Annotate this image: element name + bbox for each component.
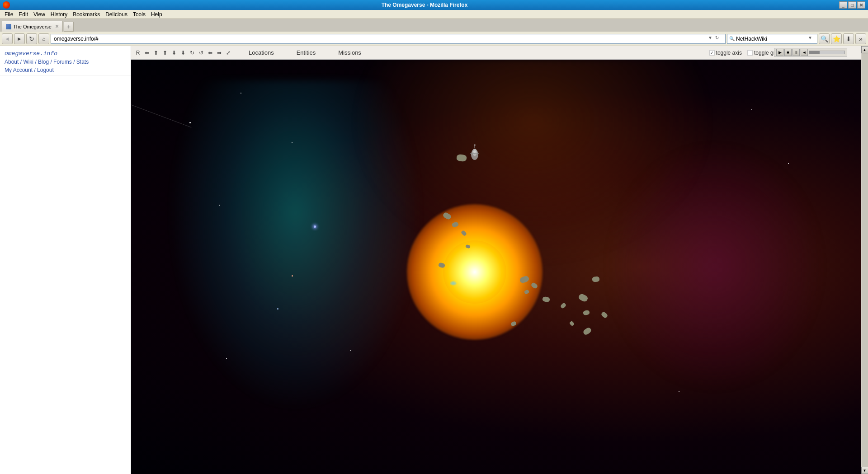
address-input[interactable] [54, 36, 708, 42]
site-subnav: My Account / Logout [5, 67, 126, 73]
active-tab[interactable]: The Omegaverse ✕ [2, 21, 63, 32]
titlebar-title: The Omegaverse - Mozilla Firefox [10, 2, 839, 8]
forward-button[interactable]: ► [14, 33, 25, 44]
menubar: File Edit View History Bookmarks Delicio… [0, 10, 868, 19]
entities-nav[interactable]: Entities [297, 49, 316, 56]
navbar: ◄ ► ↻ ⌂ ▼ ↻ 🔍 ▼ 🔍 ⭐ ⬇ » [0, 32, 868, 46]
blog-link[interactable]: Blog [38, 59, 49, 65]
search-button[interactable]: 🔍 [819, 33, 830, 44]
address-bar: ▼ ↻ [51, 34, 726, 44]
sun-core [443, 240, 506, 304]
tool-ccw[interactable]: ↺ [197, 49, 205, 57]
toggle-axis-checkbox[interactable] [709, 50, 715, 56]
scroll-up-button[interactable]: ▲ [861, 46, 868, 53]
main-header: R ⬅ ⬆ ⬆ ⬇ ⬇ ↻ ↺ ⬅ ➡ ⤢ Locations Entities… [131, 46, 861, 60]
wiki-link[interactable]: Wiki [23, 59, 33, 65]
toggle-checkboxes: toggle axis toggle grid [709, 50, 779, 56]
star-8 [788, 163, 789, 164]
new-tab-button[interactable]: + [64, 22, 74, 32]
star-7 [751, 109, 752, 110]
search-bar: 🔍 ▼ [727, 34, 817, 44]
address-dropdown-button[interactable]: ▼ [708, 35, 715, 42]
toggle-axis-label: toggle axis [716, 50, 742, 56]
tool-cw[interactable]: ↻ [188, 49, 196, 57]
tool-zoom-out[interactable]: ➡ [215, 49, 223, 57]
about-link[interactable]: About [5, 59, 19, 65]
tab-label: The Omegaverse [13, 24, 52, 29]
minimize-button[interactable]: _ [839, 1, 847, 9]
bookmarks-button[interactable]: ⭐ [831, 33, 842, 44]
tab-favicon [6, 24, 11, 29]
menu-view[interactable]: View [31, 10, 48, 19]
lens-flare [450, 281, 457, 286]
svg-point-15 [473, 150, 476, 153]
volume-slider[interactable] [809, 51, 845, 54]
tool-fit[interactable]: ⤢ [224, 49, 232, 57]
downloads-button[interactable]: ⬇ [843, 33, 854, 44]
firefox-icon [3, 1, 10, 9]
tool-move-up[interactable]: ⬆ [161, 49, 169, 57]
tabbar: The Omegaverse ✕ + [0, 19, 868, 32]
more-button[interactable]: » [855, 33, 866, 44]
menu-help[interactable]: Help [148, 10, 165, 19]
nebula-orange [350, 60, 715, 267]
tab-close-button[interactable]: ✕ [55, 24, 59, 29]
content-area: omegaverse.info About / Wiki / Blog / Fo… [0, 46, 868, 474]
search-input[interactable] [736, 36, 808, 42]
site-header: omegaverse.info About / Wiki / Blog / Fo… [0, 46, 131, 75]
media-stop-button[interactable]: ■ [784, 49, 792, 56]
site-nav: About / Wiki / Blog / Forums / Stats [5, 59, 126, 65]
svg-point-17 [474, 144, 476, 146]
star-9 [314, 225, 316, 228]
main-area: R ⬅ ⬆ ⬆ ⬇ ⬇ ↻ ↺ ⬅ ➡ ⤢ Locations Entities… [131, 46, 861, 474]
menu-delicious[interactable]: Delicious [103, 10, 130, 19]
menu-edit[interactable]: Edit [16, 10, 31, 19]
star-1 [189, 122, 191, 123]
search-dropdown-button[interactable]: ▼ [808, 35, 815, 42]
myaccount-link[interactable]: My Account [5, 67, 33, 73]
media-controls: ▶ ■ ⏸ ◄ [774, 48, 847, 57]
tool-rotate-down[interactable]: ⬇ [179, 49, 187, 57]
media-play-button[interactable]: ▶ [776, 49, 783, 56]
media-back-button[interactable]: ◄ [801, 49, 808, 56]
spaceship [466, 143, 484, 166]
menu-file[interactable]: File [2, 10, 16, 19]
star-5 [277, 308, 278, 310]
back-button[interactable]: ◄ [2, 33, 13, 44]
game-nav: Locations Entities Missions [235, 49, 375, 56]
missions-nav[interactable]: Missions [338, 49, 361, 56]
toggle-axis-item: toggle axis [709, 50, 742, 56]
star-10 [292, 275, 293, 277]
maximize-button[interactable]: □ [848, 1, 856, 9]
site-logo: omegaverse.info [5, 50, 126, 57]
left-panel: omegaverse.info About / Wiki / Blog / Fo… [0, 46, 131, 474]
tool-move-left[interactable]: ⬅ [143, 49, 151, 57]
titlebar: The Omegaverse - Mozilla Firefox _ □ ✕ [0, 0, 868, 10]
logout-link[interactable]: Logout [37, 67, 54, 73]
scrollbar: ▲ ▼ [861, 46, 868, 474]
scroll-down-button[interactable]: ▼ [861, 467, 868, 474]
address-reload-button[interactable]: ↻ [715, 35, 722, 42]
locations-nav[interactable]: Locations [249, 49, 274, 56]
toggle-grid-checkbox[interactable] [747, 50, 753, 56]
search-engine-icon[interactable]: 🔍 [729, 36, 735, 41]
menu-tools[interactable]: Tools [130, 10, 148, 19]
star-12 [679, 391, 679, 392]
reload-button[interactable]: ↻ [26, 33, 37, 44]
tool-move-down[interactable]: ⬇ [170, 49, 178, 57]
star-4 [219, 205, 220, 206]
menu-bookmarks[interactable]: Bookmarks [70, 10, 103, 19]
stats-link[interactable]: Stats [76, 59, 89, 65]
tool-rotate-up[interactable]: ⬆ [152, 49, 160, 57]
close-button[interactable]: ✕ [857, 1, 865, 9]
media-pause-button[interactable]: ⏸ [793, 49, 800, 56]
tool-r-button[interactable]: R [134, 49, 142, 57]
tool-zoom-in[interactable]: ⬅ [206, 49, 214, 57]
menu-history[interactable]: History [48, 10, 70, 19]
viewport[interactable] [131, 60, 861, 474]
scroll-track[interactable] [862, 53, 868, 467]
forums-link[interactable]: Forums [53, 59, 72, 65]
toolbar-left: R ⬅ ⬆ ⬆ ⬇ ⬇ ↻ ↺ ⬅ ➡ ⤢ [131, 49, 235, 57]
home-button[interactable]: ⌂ [38, 33, 49, 44]
titlebar-controls: _ □ ✕ [839, 1, 865, 9]
